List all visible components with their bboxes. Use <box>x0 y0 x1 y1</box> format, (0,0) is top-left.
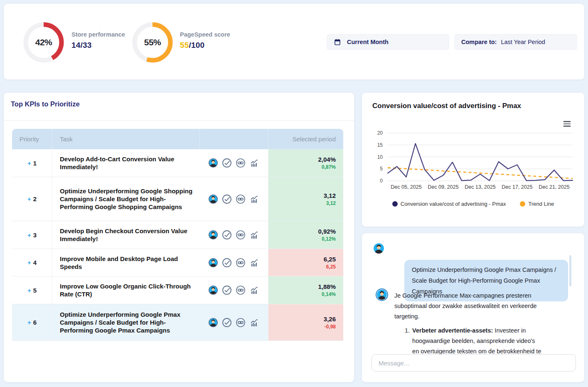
assignee-avatar-icon[interactable] <box>208 318 218 328</box>
link-icon[interactable] <box>236 230 246 240</box>
priority-number: 6 <box>33 319 37 326</box>
link-icon[interactable] <box>236 285 246 295</box>
column-actions <box>199 129 268 149</box>
legend-item-series[interactable]: Conversion value/cost of advertising - P… <box>392 201 506 207</box>
kpi-delta: 0,12% <box>322 236 336 242</box>
check-circle-icon[interactable] <box>222 194 232 204</box>
check-circle-icon[interactable] <box>222 230 232 240</box>
chart-panel: Conversion value/cost of advertising - P… <box>362 92 585 227</box>
trend-chart-icon[interactable] <box>249 194 259 204</box>
trend-chart-icon[interactable] <box>249 158 259 168</box>
trend-chart-icon[interactable] <box>249 285 259 295</box>
priority-number: 4 <box>33 259 37 266</box>
store-performance-percent: 42% <box>22 21 65 64</box>
priority-number: 2 <box>33 195 37 202</box>
task-text: Develop Add-to-Cart Conversion Value Imm… <box>52 149 199 177</box>
priority-number: 5 <box>33 287 37 294</box>
svg-text:15: 15 <box>377 142 383 148</box>
assignee-avatar-icon[interactable] <box>208 230 218 240</box>
link-icon[interactable] <box>236 318 246 328</box>
selected-period-cell: 1,88% 0,14% <box>268 276 343 304</box>
trend-chart-icon[interactable] <box>249 258 259 268</box>
calendar-icon <box>334 38 341 46</box>
chart-legend: Conversion value/cost of advertising - P… <box>362 201 584 207</box>
assignee-avatar-icon[interactable] <box>208 258 218 268</box>
svg-text:Dec 21, 2025: Dec 21, 2025 <box>539 184 569 190</box>
chat-assistant-list-item: 1. Verbeter advertentie-assets: Investee… <box>405 325 542 357</box>
check-circle-icon[interactable] <box>222 158 232 168</box>
selected-period-cell: 0,92% 0,12% <box>268 221 343 249</box>
chat-scrollbar[interactable] <box>569 255 571 286</box>
assignee-avatar-icon[interactable] <box>208 158 218 168</box>
table-row[interactable]: +2 Optimize Underperforming Google Shopp… <box>12 177 343 221</box>
selected-period-cell: 3,12 3,12 <box>268 177 343 221</box>
compare-selector[interactable]: Compare to: Last Year Period <box>454 34 577 50</box>
selected-period-cell: 3,26 -0,98 <box>268 304 343 340</box>
selected-period-cell: 2,04% 0,87% <box>268 149 343 177</box>
svg-text:10: 10 <box>377 154 383 160</box>
kpi-value: 2,04% <box>318 156 336 163</box>
check-circle-icon[interactable] <box>222 285 232 295</box>
list-item-bold: Verbeter advertentie-assets: <box>412 327 493 334</box>
kpi-panel-title: Top KPIs to Prioritize <box>11 100 80 108</box>
header-panel: 42% Store performance 14/33 55% PageSpee… <box>3 3 585 80</box>
legend-trend-label: Trend Line <box>528 201 554 207</box>
kpi-value: 1,88% <box>318 283 336 290</box>
user-avatar-icon <box>373 243 384 254</box>
legend-item-trend[interactable]: Trend Line <box>520 201 554 207</box>
column-priority: Priority <box>12 129 52 149</box>
link-icon[interactable] <box>236 158 246 168</box>
task-text: Optimize Underperforming Google Pmax Cam… <box>52 304 199 340</box>
svg-text:Dec 17, 2025: Dec 17, 2025 <box>502 184 532 190</box>
store-performance-gauge: 42% <box>22 21 65 64</box>
kpi-value: 3,26 <box>324 316 336 323</box>
priority-plus: + <box>27 195 31 202</box>
priority-plus: + <box>27 232 31 239</box>
message-input[interactable] <box>371 354 576 372</box>
assignee-avatar-icon[interactable] <box>208 194 218 204</box>
task-text: Optimize Underperforming Google Shopping… <box>52 177 199 221</box>
selected-period-cell: 6,25 6,25 <box>268 249 343 276</box>
kpi-value: 0,92% <box>318 228 336 235</box>
period-selector[interactable]: Current Month <box>327 34 449 50</box>
table-row[interactable]: +1 Develop Add-to-Cart Conversion Value … <box>12 149 343 177</box>
table-row[interactable]: +5 Improve Low Google Organic Click-Thro… <box>12 276 343 304</box>
kpi-table-header: Priority Task Selected period <box>12 129 343 149</box>
task-text: Improve Mobile and Desktop Page Load Spe… <box>52 249 199 276</box>
check-circle-icon[interactable] <box>222 318 232 328</box>
compare-label: Compare to: <box>461 39 497 45</box>
period-selector-label: Current Month <box>347 39 389 45</box>
kpi-delta: 0,14% <box>322 291 336 297</box>
series-dot-icon <box>392 201 398 207</box>
link-icon[interactable] <box>236 194 246 204</box>
assignee-avatar-icon[interactable] <box>208 285 218 295</box>
trend-chart-icon[interactable] <box>249 230 259 240</box>
kpi-delta: 3,12 <box>326 200 336 206</box>
priority-number: 1 <box>33 160 37 167</box>
table-row-selected[interactable]: +6 Optimize Underperforming Google Pmax … <box>12 304 343 341</box>
legend-series-label: Conversion value/cost of advertising - P… <box>401 201 506 207</box>
priority-number: 3 <box>33 232 37 239</box>
kpi-delta: -0,98 <box>325 324 336 330</box>
check-circle-icon[interactable] <box>222 258 232 268</box>
svg-text:Dec 09, 2025: Dec 09, 2025 <box>428 184 458 190</box>
task-text: Improve Low Google Organic Click-Through… <box>52 276 199 304</box>
trend-chart-icon[interactable] <box>249 318 259 328</box>
kpi-value: 3,12 <box>324 192 336 199</box>
kpi-delta: 0,87% <box>322 164 336 170</box>
pagespeed-percent: 55% <box>131 21 174 64</box>
svg-text:Dec 05, 2025: Dec 05, 2025 <box>391 184 421 190</box>
svg-text:Dec 13, 2025: Dec 13, 2025 <box>465 184 495 190</box>
store-performance-label: Store performance <box>71 31 125 38</box>
column-task: Task <box>52 129 199 149</box>
link-icon[interactable] <box>236 258 246 268</box>
kpi-table: Priority Task Selected period +1 Develop… <box>12 129 343 341</box>
kpi-delta: 6,25 <box>326 264 336 270</box>
chart-title: Conversion value/cost of advertising - P… <box>372 102 521 110</box>
table-row[interactable]: +4 Improve Mobile and Desktop Page Load … <box>12 249 343 276</box>
svg-text:20: 20 <box>377 130 383 136</box>
table-row[interactable]: +3 Develop Begin Checkout Conversion Val… <box>12 221 343 249</box>
list-number: 1. <box>405 325 410 357</box>
kpi-value: 6,25 <box>324 256 336 263</box>
priority-plus: + <box>27 287 31 294</box>
